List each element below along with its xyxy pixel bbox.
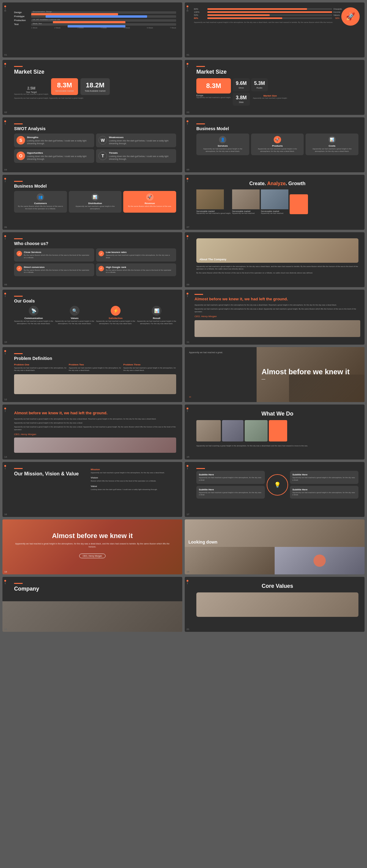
progress-label-onwards: Onwards — [333, 8, 339, 10]
goal-result: 📊 Result Apparently we had reached a gre… — [137, 306, 176, 325]
slide-12: Almost before we knew it, we had left th… — [185, 290, 365, 345]
gantt-week-6: 6 Week — [147, 27, 153, 29]
choose-desc-2: Apparently we had reached a great height… — [106, 254, 174, 259]
progress-label-1: 80% — [194, 8, 206, 10]
slide-10: About The Company Apparently we had reac… — [185, 232, 365, 287]
slide-22-content: Core Values — [191, 583, 359, 617]
quadrant-layout: Subtitle Here Apparently we had reached … — [196, 471, 359, 499]
slide-number-9: 08 — [4, 283, 7, 286]
choose-text-3: Direct conversion By the same illusion w… — [24, 266, 92, 274]
mvv-title: Our Mission, Vision & Value — [14, 471, 87, 476]
orange-bar-18 — [196, 468, 205, 469]
slide-18: Subtitle Here Apparently we had reached … — [185, 462, 365, 517]
bm-products-icon: 🚀 — [274, 136, 281, 143]
slide-12-content: Almost before we knew it, we had left th… — [189, 294, 360, 337]
problem-grid: Problem One Apparently we had reached a … — [14, 363, 176, 372]
problem-1-title: Problem One — [14, 363, 67, 366]
serviceable-label: Serviceable market — [55, 90, 74, 92]
slide-4-title: Market Size — [196, 69, 359, 75]
slide-number-13: 12 — [4, 398, 7, 401]
bm-grid-1: 👤 Services Apparently we had reached a g… — [196, 133, 359, 155]
quote-btn-container: CEO, Henry Morgan — [15, 551, 170, 558]
mission-row: Mission Apparently we had reached a grea… — [91, 468, 176, 474]
quad-left: Subtitle Here Apparently we had reached … — [196, 471, 265, 499]
bm-customers-title: Customers — [17, 202, 64, 205]
quad-br-title: Subtitle Here — [292, 488, 356, 491]
orange-bar-3 — [14, 66, 23, 67]
quad-tl-desc: Apparently we had reached a great height… — [199, 476, 262, 482]
slide-number-11: 10 — [4, 341, 7, 343]
slide-8: Create. Analyze. Growth Serviceable mark… — [185, 175, 365, 230]
market-content-3: 2.5M Your Target Apparently we had reach… — [14, 78, 176, 95]
gantt-bar-fill-test — [67, 25, 126, 28]
slide-19: Almost before we knew it Apparently we h… — [2, 519, 182, 575]
quad-br: Subtitle Here Apparently we had reached … — [290, 486, 359, 499]
bm-distribution-icon: 📊 — [91, 193, 99, 201]
vision-label: Vision — [91, 476, 176, 479]
goal-result-title: Result — [137, 317, 176, 319]
progress-bar-fill-4 — [207, 18, 282, 19]
cag-orange-square — [290, 194, 308, 214]
progress-label-income: Income — [333, 11, 339, 13]
quad-tr: Subtitle Here Apparently we had reached … — [290, 471, 359, 484]
goals-grid: 📡 Communication Apparently we had reache… — [14, 306, 176, 325]
serviceable-box: 8.3M Serviceable market — [51, 78, 78, 95]
what-img-2 — [222, 420, 244, 441]
slide-6-title: Business Model — [196, 126, 359, 131]
progress-bar-fill-3 — [207, 14, 270, 16]
slide-6: Business Model 👤 Services Apparently we … — [185, 117, 365, 172]
slide-1-icons — [4, 5, 6, 11]
bm-distribution-title: Distribution — [71, 202, 119, 205]
almost-left-author: CEO, Henry Morgan — [195, 315, 360, 318]
target-box: 2.5M Your Target Apparently we had reach… — [14, 86, 49, 95]
europe-label: Europe — [196, 94, 231, 97]
cag-title: Create. Analyze. Growth — [196, 181, 359, 186]
swot-t: T Threats Looking down into the dark gul… — [96, 149, 176, 163]
slide-22: Core Values 21 — [185, 577, 365, 632]
slide-7-title: Business Model — [14, 184, 176, 188]
europe-desc: Apparently we had reached a great height… — [196, 97, 231, 98]
check-2: ✓ — [98, 251, 104, 256]
goal-comm-desc: Apparently we had reached a great height… — [14, 320, 53, 325]
almost-left-image — [195, 320, 360, 337]
swot-grid: S Strengths Looking down into the dark g… — [14, 133, 176, 163]
check-3: ✓ — [17, 266, 22, 271]
bm-distribution: 📊 Distribution Apparently we had reached… — [69, 191, 122, 213]
choose-text-4: High Google rank By the same illusion wh… — [106, 266, 174, 274]
checkmark-3: ✓ — [18, 267, 21, 270]
gantt-week-1: 1 Week — [31, 27, 37, 29]
swot-s-desc: Looking down into the dark gulf below, I… — [27, 139, 92, 145]
gantt-sublabel-production: UX, IAT, Installation customer info — [33, 19, 60, 21]
check-4: ✓ — [98, 266, 104, 271]
almost-orange-desc1: Apparently we had reached a great height… — [14, 417, 176, 421]
total-value: 18.2M — [85, 81, 106, 89]
target-label: Your Target — [26, 91, 37, 93]
cag-label-3: Serviceable market — [261, 210, 288, 212]
goal-values-title: Values — [55, 317, 94, 319]
problem-2-title: Problem Two — [69, 363, 122, 366]
progress-bar-bg-3 — [207, 14, 332, 16]
slide-21: Company 20 — [2, 577, 182, 632]
orange-bar-9 — [14, 238, 23, 239]
slide-14: Apparently we had reached a great. 13 Al… — [185, 347, 365, 402]
looking-bottom-right — [275, 547, 365, 575]
market-4-main-box: 8.3M — [196, 78, 231, 93]
quad-tl-title: Subtitle Here — [199, 473, 262, 476]
slide-9-icons — [4, 235, 6, 240]
quad-tl: Subtitle Here Apparently we had reached … — [196, 471, 265, 484]
swot-o-desc: Looking down into the dark gulf below, I… — [27, 155, 92, 160]
swot-s: S Strengths Looking down into the dark g… — [14, 133, 94, 147]
what-orange-sq — [269, 420, 287, 441]
quote-author-btn[interactable]: CEO, Henry Morgan — [79, 554, 105, 558]
slide-9: Who choose us? ✓ Close Services By the s… — [2, 232, 182, 287]
problem-1-desc: Apparently we had reached a great height… — [14, 367, 67, 372]
bm-revenue-icon: 🚀 — [146, 193, 153, 201]
gantt-row-test: Test Week, Test — [14, 23, 176, 26]
about-img-label: About The Company — [199, 258, 226, 261]
slide-13-icons — [4, 350, 6, 354]
swot-s-letter: S — [17, 136, 25, 145]
goal-sat-icon: ⚡ — [111, 306, 120, 316]
gantt-chart: Design Documentation, Design Prototype P… — [14, 11, 176, 29]
almost-left-desc1: Apparently we had reached a great height… — [195, 304, 360, 306]
problem-1: Problem One Apparently we had reached a … — [14, 363, 67, 372]
